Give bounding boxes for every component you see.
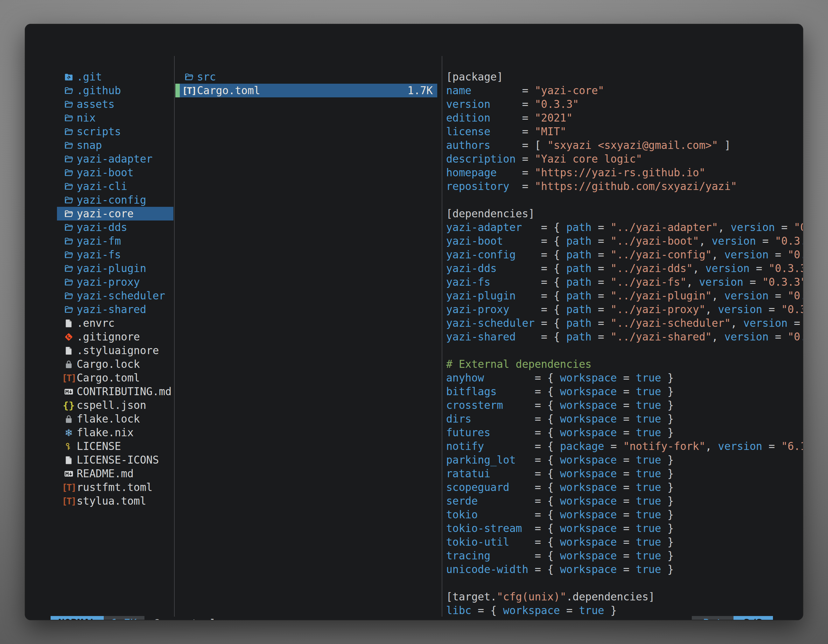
file-row[interactable]: ❄flake.nix	[57, 426, 173, 439]
folder-icon	[63, 277, 74, 288]
file-row[interactable]: [T]rustfmt.toml	[57, 481, 173, 494]
toml-icon: [T]	[183, 85, 194, 96]
folder-row[interactable]: yazi-cli	[57, 179, 173, 193]
file-row[interactable]: [T]Cargo.toml1.7K	[175, 84, 437, 97]
file-name-label: yazi-dds	[77, 221, 127, 234]
file-row[interactable]: Cargo.lock	[57, 357, 173, 371]
file-row[interactable]: [T]stylua.toml	[57, 494, 173, 508]
file-name-label: yazi-shared	[77, 302, 146, 316]
file-preview-pane: [package]name = "yazi-core"version = "0.…	[446, 70, 803, 618]
file-name-label: snap	[77, 138, 102, 152]
selection-marker	[175, 70, 180, 84]
git-icon	[63, 332, 74, 342]
preview-code-line: name = "yazi-core"	[446, 84, 803, 97]
file-row[interactable]: flake.lock	[57, 412, 173, 426]
file-name-label: src	[197, 70, 216, 84]
file-name-label: .styluaignore	[77, 344, 159, 357]
file-icon	[63, 318, 74, 329]
folder-row[interactable]: snap	[57, 138, 173, 152]
file-name-label: yazi-core	[77, 207, 134, 221]
folder-row[interactable]: .github	[57, 84, 173, 97]
parent-directory-pane: .git.githubassetsnixscriptssnapyazi-adap…	[57, 70, 173, 508]
file-name-label: rustfmt.toml	[77, 481, 152, 494]
file-row[interactable]: .envrc	[57, 316, 173, 330]
file-row[interactable]: .styluaignore	[57, 344, 173, 357]
preview-code-line: scopeguard = { workspace = true }	[446, 481, 803, 494]
file-row[interactable]: [T]Cargo.toml	[57, 371, 173, 385]
preview-code-line: yazi-dds = { path = "../yazi-dds", versi…	[446, 262, 803, 275]
preview-code-line	[446, 576, 803, 590]
file-name-label: yazi-adapter	[77, 152, 152, 166]
file-name-label: yazi-fs	[77, 248, 121, 262]
preview-code-line: yazi-plugin = { path = "../yazi-plugin",…	[446, 289, 803, 302]
folder-row[interactable]: .git	[57, 70, 173, 84]
preview-code-line: notify = { package = "notify-fork", vers…	[446, 439, 803, 453]
folder-row[interactable]: yazi-boot	[57, 166, 173, 179]
folder-row[interactable]: yazi-fm	[57, 234, 173, 248]
folder-icon	[63, 140, 74, 151]
folder-row[interactable]: yazi-plugin	[57, 262, 173, 275]
folder-icon	[63, 222, 74, 233]
file-name-label: scripts	[77, 125, 121, 138]
folder-row[interactable]: src	[175, 70, 437, 84]
folder-row[interactable]: yazi-core	[57, 207, 173, 221]
nix-snowflake-icon: ❄	[63, 427, 74, 438]
folder-row[interactable]: yazi-scheduler	[57, 289, 173, 302]
file-row[interactable]: .gitignore	[57, 330, 173, 344]
preview-code-line: bitflags = { workspace = true }	[446, 385, 803, 398]
folder-icon	[63, 290, 74, 301]
preview-code-line: [target."cfg(unix)".dependencies]	[446, 590, 803, 603]
preview-code-line: version = "0.3.3"	[446, 97, 803, 111]
preview-code-line: tokio-util = { workspace = true }	[446, 535, 803, 549]
preview-code-line: dirs = { workspace = true }	[446, 412, 803, 426]
pane-separator	[174, 56, 175, 617]
file-row[interactable]: LICENSE	[57, 439, 173, 453]
file-name-label: assets	[77, 97, 114, 111]
markdown-icon	[63, 386, 74, 397]
preview-code-line: yazi-fs = { path = "../yazi-fs", version…	[446, 275, 803, 289]
folder-row[interactable]: yazi-fs	[57, 248, 173, 262]
folder-icon	[63, 236, 74, 247]
folder-icon	[63, 154, 74, 165]
toml-icon: [T]	[63, 373, 74, 384]
folder-icon	[63, 263, 74, 274]
preview-code-line	[446, 193, 803, 207]
file-name-label: yazi-fm	[77, 234, 121, 248]
json-icon: {}	[63, 400, 74, 411]
file-permissions: -rw-r--r--	[618, 617, 685, 620]
file-row[interactable]: LICENSE-ICONS	[57, 453, 173, 467]
folder-row[interactable]: scripts	[57, 125, 173, 138]
file-name-label: cspell.json	[77, 398, 146, 412]
preview-code-line: ratatui = { workspace = true }	[446, 467, 803, 481]
folder-row[interactable]: nix	[57, 111, 173, 125]
file-row[interactable]: CONTRIBUTING.md	[57, 385, 173, 398]
file-row[interactable]: README.md	[57, 467, 173, 481]
file-name-label: LICENSE	[77, 439, 121, 453]
key-icon	[63, 441, 74, 452]
folder-row[interactable]: yazi-shared	[57, 302, 173, 316]
folder-row[interactable]: yazi-config	[57, 193, 173, 207]
folder-row[interactable]: yazi-proxy	[57, 275, 173, 289]
folder-row[interactable]: assets	[57, 97, 173, 111]
preview-code-line: yazi-boot = { path = "../yazi-boot", ver…	[446, 234, 803, 248]
preview-code-line: yazi-scheduler = { path = "../yazi-sched…	[446, 316, 803, 330]
preview-code-line: edition = "2021"	[446, 111, 803, 125]
scroll-position-badge: Bot	[692, 616, 734, 620]
file-name-label: yazi-boot	[77, 166, 134, 179]
preview-code-line: libc = { workspace = true }	[446, 603, 803, 617]
markdown-icon	[63, 469, 74, 479]
file-row[interactable]: {}cspell.json	[57, 398, 173, 412]
folder-row[interactable]: yazi-adapter	[57, 152, 173, 166]
file-name-label: flake.lock	[77, 412, 140, 426]
folder-row[interactable]: yazi-dds	[57, 221, 173, 234]
file-name-label: yazi-scheduler	[77, 289, 165, 302]
file-name-label: yazi-config	[77, 193, 146, 207]
toml-icon: [T]	[63, 496, 74, 506]
file-name-label: Cargo.lock	[77, 357, 140, 371]
preview-code-line: tokio-stream = { workspace = true }	[446, 522, 803, 535]
mode-badge: NORMAL	[50, 616, 104, 620]
folder-icon	[63, 181, 74, 192]
folder-icon	[63, 304, 74, 315]
file-name-label: yazi-cli	[77, 179, 127, 193]
folder-icon	[183, 72, 194, 82]
